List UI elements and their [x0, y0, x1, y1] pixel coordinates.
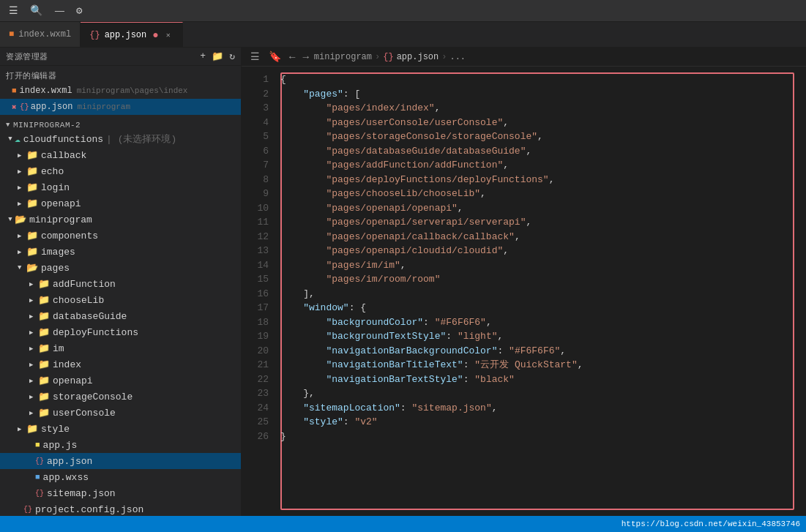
folder-userconsole[interactable]: ▶ 📁 userConsole	[0, 405, 241, 421]
tab-bar: ■ index.wxml {} app.json ● ✕	[0, 22, 806, 48]
git-icon[interactable]: ⸻	[54, 5, 64, 17]
code-area[interactable]: { "pages": [ "pages/index/index", "pages…	[275, 67, 806, 516]
folder-miniprogram[interactable]: ▼ 📂 miniprogram	[0, 211, 241, 228]
folder-addfunction[interactable]: ▶ 📁 addFunction	[0, 276, 241, 292]
folder-storageconsole[interactable]: ▶ 📁 storageConsole	[0, 389, 241, 405]
forward-icon[interactable]: →	[300, 51, 310, 63]
code-token: ,	[526, 215, 531, 230]
folder-images-label: images	[41, 247, 75, 258]
open-editor-app-json[interactable]: ✖ {} app.json miniprogram	[0, 99, 241, 115]
folder-im-label: im	[53, 343, 64, 354]
code-token: ,	[458, 201, 463, 216]
line-number: 1	[242, 72, 269, 87]
code-token	[280, 401, 303, 416]
json-icon4: {}	[23, 506, 32, 514]
folder-openapi-pages[interactable]: ▶ 📁 openapi	[0, 372, 241, 389]
code-token: :	[423, 315, 429, 330]
code-token: :	[463, 358, 469, 372]
folder-im[interactable]: ▶ 📁 im	[0, 340, 241, 356]
code-token	[280, 173, 326, 187]
tab-label: index.wxml	[18, 29, 71, 40]
folder-style[interactable]: ▶ 📁 style	[0, 421, 241, 437]
code-token: }	[280, 430, 286, 444]
folder-images[interactable]: ▶ 📁 images	[0, 244, 241, 260]
bookmark-icon[interactable]: 🔖	[266, 49, 284, 64]
folder-deployfunctions[interactable]: ▶ 📁 deployFunctions	[0, 324, 241, 340]
editor-content: 1234567891011121314151617181920212223242…	[242, 67, 806, 516]
code-token	[280, 116, 326, 130]
file-app-wxss[interactable]: ■ app.wxss	[0, 469, 241, 485]
folder-pages[interactable]: ▼ 📂 pages	[0, 260, 241, 276]
code-token	[406, 401, 412, 416]
code-token: :	[343, 415, 349, 430]
folder-storageconsole-label: storageConsole	[53, 391, 133, 402]
code-token	[349, 87, 355, 102]
folder-callback[interactable]: ▶ 📁 callback	[0, 147, 241, 163]
folder-chooselib-label: chooseLib	[53, 295, 104, 306]
status-url: https://blog.csdn.net/weixin_43853746	[622, 520, 800, 528]
folder-icon: 📁	[38, 375, 50, 386]
code-token: [	[354, 87, 360, 102]
folder-miniprogram-label: miniprogram	[29, 214, 92, 225]
folder-open-icon: 📂	[15, 214, 26, 225]
folder-chooselib[interactable]: ▶ 📁 chooseLib	[0, 292, 241, 308]
folder-icon: 📁	[26, 165, 38, 177]
json-braces-icon: {}	[20, 102, 29, 111]
chevron-right-icon: ▶	[29, 329, 38, 337]
folder-openapi-cloud[interactable]: ▶ 📁 openapi	[0, 195, 241, 211]
file-app-json[interactable]: {} app.json	[0, 453, 241, 469]
toggle-sidebar-icon[interactable]: ☰	[247, 49, 263, 64]
code-token: ,	[503, 158, 509, 173]
menu-icon[interactable]: ☰	[9, 4, 18, 17]
tab-close-button[interactable]: ✕	[163, 30, 173, 40]
code-token: ,	[486, 315, 492, 330]
pages-folder-icon: 📂	[26, 262, 38, 274]
folder-cloudfunctions[interactable]: ▼ ☁ cloudfunctions | (未选择环境)	[0, 131, 241, 147]
code-line: "navigationBarTextStyle": "black"	[280, 372, 806, 387]
code-token: "pages/databaseGuide/databaseGuide"	[326, 144, 526, 159]
code-token: "pages/openapi/cloudid/cloudid"	[326, 244, 503, 258]
folder-components[interactable]: ▶ 📁 components	[0, 228, 241, 244]
chevron-icon: ▼	[6, 135, 15, 143]
folder-icon: 📁	[26, 181, 38, 193]
code-line: }	[280, 430, 806, 444]
back-icon[interactable]: ←	[287, 51, 297, 63]
code-token	[429, 315, 435, 330]
code-token	[280, 386, 303, 401]
js-icon: ■	[35, 441, 40, 449]
search-icon[interactable]: 🔍	[30, 4, 42, 17]
code-token: ,	[560, 344, 566, 359]
code-token: "pages/storageConsole/storageConsole"	[326, 130, 537, 144]
file-sitemap-json[interactable]: {} sitemap.json	[0, 485, 241, 501]
cloud-icon: ☁	[15, 133, 20, 145]
chevron-right-icon: ▶	[29, 280, 38, 288]
file-app-js[interactable]: ■ app.js	[0, 437, 241, 453]
status-bar: https://blog.csdn.net/weixin_43853746	[0, 516, 806, 532]
folder-icon: 📁	[26, 149, 38, 161]
refresh-icon[interactable]: ↻	[229, 50, 235, 62]
code-token: ,	[497, 329, 503, 344]
breadcrumb-sep2: ›	[441, 52, 447, 62]
file-app-json-label: app.json	[47, 456, 92, 467]
new-folder-icon[interactable]: 📁	[212, 50, 223, 62]
file-project-config-json[interactable]: {} project.config.json	[0, 501, 241, 516]
json-file-icon2: ✖	[12, 102, 17, 112]
file-app-wxss-label: app.wxss	[43, 472, 89, 483]
tab-app-json[interactable]: {} app.json ● ✕	[81, 22, 182, 47]
tab-index-wxml[interactable]: ■ index.wxml	[0, 22, 81, 47]
folder-index[interactable]: ▶ 📁 index	[0, 356, 241, 372]
code-line: "pages/openapi/cloudid/cloudid",	[280, 244, 806, 258]
open-editor-index-wxml[interactable]: ■ index.wxml miniprogram\pages\index	[0, 83, 241, 99]
folder-icon: 📁	[38, 278, 50, 290]
folder-databaseguide[interactable]: ▶ 📁 databaseGuide	[0, 308, 241, 324]
folder-login[interactable]: ▶ 📁 login	[0, 179, 241, 195]
code-line: "pages/addFunction/addFunction",	[280, 158, 806, 173]
line-number: 16	[242, 287, 269, 301]
line-number: 8	[242, 173, 269, 187]
wxss-icon: ■	[35, 473, 40, 482]
folder-echo[interactable]: ▶ 📁 echo	[0, 163, 241, 179]
folder-icon: 📁	[38, 326, 50, 338]
new-file-icon[interactable]: +	[200, 50, 206, 62]
settings-icon[interactable]: ⚙	[76, 4, 82, 17]
chevron-right-icon: ▶	[18, 168, 26, 176]
